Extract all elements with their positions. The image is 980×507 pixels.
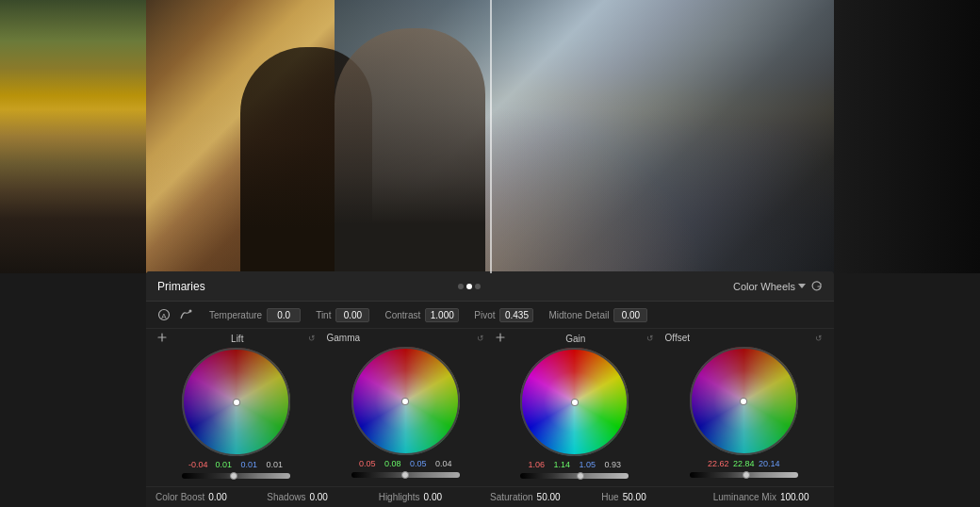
highlights-control: Highlights 0.00 [379,492,490,502]
auto-tool-icon[interactable]: A [155,306,172,323]
highlights-label: Highlights [379,492,420,502]
gamma-reset-icon[interactable]: ↺ [477,334,484,343]
hue-label: Hue [601,492,618,502]
offset-slider-handle[interactable] [743,471,750,479]
gain-master-value: 0.93 [601,460,624,469]
header-dots [458,284,481,289]
person-right [335,28,485,273]
gamma-slider-handle[interactable] [401,471,409,479]
midtone-value[interactable]: 0.00 [613,308,647,322]
offset-red-value: 22.62 [707,459,729,468]
offset-center-dot [740,398,747,405]
offset-slider[interactable] [690,472,798,478]
contrast-value[interactable]: 1.000 [425,308,459,322]
gain-add-icon[interactable] [496,333,505,344]
svg-text:A: A [161,312,167,320]
gain-red-value: 1.06 [525,460,547,469]
tint-value[interactable]: 0.00 [335,308,369,322]
offset-label: Offset [665,333,691,343]
gain-label: Gain [565,334,585,344]
offset-reset-icon[interactable]: ↺ [815,334,823,343]
lift-slider-handle[interactable] [230,472,237,480]
color-wheels-button[interactable]: Color Wheels [733,281,806,292]
offset-wheel-header: Offset ↺ [662,333,827,343]
temperature-group: Temperature 0.0 [209,308,301,322]
gain-slider[interactable] [520,473,629,479]
color-boost-value[interactable]: 0.00 [208,492,238,502]
lift-red-value: -0.04 [187,460,209,469]
shadows-value[interactable]: 0.00 [309,492,339,502]
temperature-value[interactable]: 0.0 [267,308,301,322]
gamma-green-value: 0.08 [382,459,404,468]
gain-slider-handle[interactable] [577,472,584,480]
color-boost-label: Color Boost [155,492,204,502]
lift-wheel-header: Lift ↺ [154,333,319,344]
reset-icon[interactable] [811,281,823,292]
offset-wheel-container: Offset ↺ 22.62 22.84 20.14 [662,333,827,479]
pivot-group: Pivot 0.435 [474,308,533,322]
controls-row: A Temperature 0.0 Tint 0.00 Contrast 1.0… [146,302,834,329]
dot-3[interactable] [475,284,481,289]
pivot-label: Pivot [474,310,495,320]
offset-green-value: 22.84 [732,459,755,468]
saturation-control: Saturation 50.00 [490,492,601,502]
bottom-controls: Color Boost 0.00 Shadows 0.00 Highlights… [146,486,834,507]
contrast-label: Contrast [384,310,420,320]
lift-blue-value: 0.01 [237,460,260,469]
color-boost-control: Color Boost 0.00 [155,492,267,502]
gamma-red-value: 0.05 [356,459,379,468]
shadows-label: Shadows [267,492,305,502]
wheels-section: Lift ↺ -0.04 0.01 0.01 0.01 Gamma ↺ [146,329,834,486]
gain-wheel[interactable] [520,348,629,456]
offset-blue-value: 20.14 [758,459,780,468]
chevron-down-icon [798,284,806,288]
panel-title: Primaries [157,280,205,293]
offset-wheel[interactable] [690,347,798,455]
hue-value[interactable]: 50.00 [623,492,653,502]
lift-center-dot [233,399,240,406]
lift-wheel[interactable] [182,348,290,456]
dot-2[interactable] [466,284,472,289]
saturation-value[interactable]: 50.00 [537,492,567,502]
gamma-center-dot [401,398,409,405]
hue-control: Hue 50.00 [601,492,712,502]
color-panel: Primaries Color Wheels A [146,271,834,507]
svg-point-2 [189,310,192,313]
lift-values: -0.04 0.01 0.01 0.01 [187,460,286,469]
shadows-control: Shadows 0.00 [267,492,378,502]
luminance-mix-value[interactable]: 100.00 [780,492,810,502]
luminance-mix-label: Luminance Mix [713,492,776,502]
side-panel-right [834,0,980,273]
lift-reset-icon[interactable]: ↺ [308,334,316,343]
lift-slider[interactable] [182,473,290,479]
gamma-wheel[interactable] [351,347,460,455]
curves-tool-icon[interactable] [177,306,194,323]
saturation-label: Saturation [490,492,533,502]
video-preview [0,0,980,273]
midtone-group: Midtone Detail 0.00 [548,308,647,322]
tint-group: Tint 0.00 [316,308,369,322]
tint-label: Tint [316,310,331,320]
lift-add-icon[interactable] [157,333,167,344]
gain-green-value: 1.14 [550,460,573,469]
dot-1[interactable] [458,284,464,289]
gamma-values: 0.05 0.08 0.05 0.04 [356,459,455,468]
gamma-wheel-container: Gamma ↺ 0.05 0.08 0.05 0.04 [323,333,489,479]
gamma-label: Gamma [327,333,361,343]
highlights-value[interactable]: 0.00 [424,492,454,502]
gamma-master-value: 0.04 [433,459,455,468]
gamma-slider[interactable] [351,472,460,478]
gamma-blue-value: 0.05 [407,459,430,468]
panel-header: Primaries Color Wheels [146,271,834,302]
gain-wheel-container: Gain ↺ 1.06 1.14 1.05 0.93 [492,333,658,479]
contrast-group: Contrast 1.000 [384,308,459,322]
gain-reset-icon[interactable]: ↺ [646,334,654,343]
offset-values: 22.62 22.84 20.14 [707,459,780,468]
gain-values: 1.06 1.14 1.05 0.93 [525,460,624,469]
split-line [490,0,492,273]
gain-wheel-header: Gain ↺ [492,333,658,344]
lift-label: Lift [231,334,243,344]
lift-green-value: 0.01 [212,460,235,469]
panel-header-right: Color Wheels [733,281,823,292]
pivot-value[interactable]: 0.435 [499,308,533,322]
